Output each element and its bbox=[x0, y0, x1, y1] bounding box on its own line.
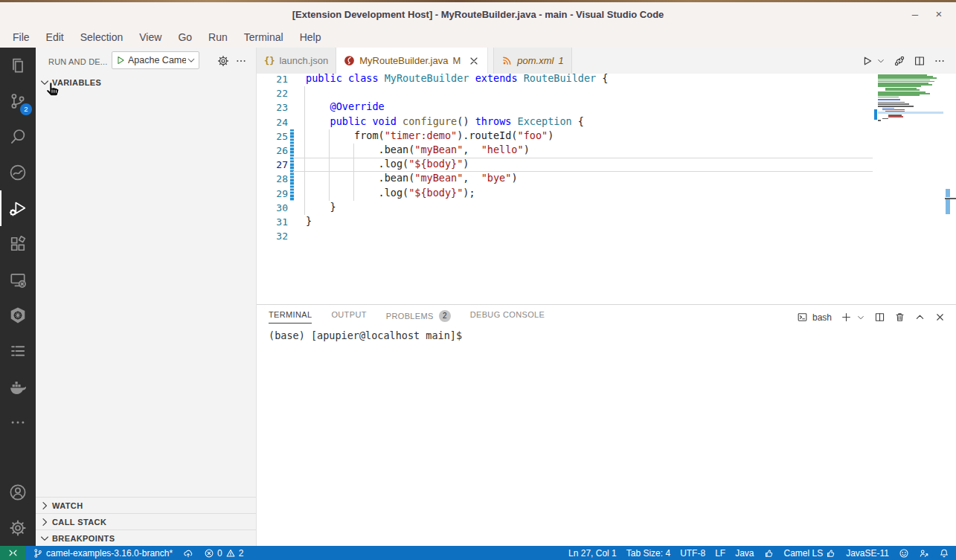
code-line-29[interactable]: .log("${body}"); bbox=[306, 187, 475, 201]
line-number[interactable]: 22 bbox=[257, 86, 288, 100]
code-editor[interactable]: public class MyRouteBuilder extends Rout… bbox=[257, 74, 956, 304]
start-debug-icon[interactable] bbox=[115, 55, 126, 65]
minimap[interactable] bbox=[878, 74, 943, 197]
menu-go[interactable]: Go bbox=[170, 28, 200, 48]
debug-settings-gear-icon[interactable] bbox=[217, 55, 229, 67]
panel-tab-terminal[interactable]: TERMINAL bbox=[269, 310, 312, 324]
code-token: "bye" bbox=[481, 172, 512, 184]
code-line-26[interactable]: .bean("myBean", "hello") bbox=[306, 144, 530, 158]
panel-tab-label: DEBUG CONSOLE bbox=[470, 310, 545, 319]
new-terminal-icon[interactable] bbox=[841, 312, 852, 323]
code-line-28[interactable]: .bean("myBean", "bye") bbox=[306, 172, 518, 186]
status-tweet-feedback[interactable] bbox=[919, 548, 929, 559]
status-cursor-position[interactable]: Ln 27, Col 1 bbox=[568, 548, 617, 559]
status-java-language-status[interactable] bbox=[764, 548, 774, 559]
problems-item[interactable]: 0 2 bbox=[204, 548, 243, 559]
maximize-panel-chevron-icon[interactable] bbox=[914, 312, 925, 323]
remote-indicator[interactable] bbox=[0, 546, 25, 560]
code-line-31[interactable]: } bbox=[306, 215, 312, 229]
tab-MyRouteBuilder-java[interactable]: MyRouteBuilder.javaM bbox=[336, 48, 488, 74]
sync-changes-item[interactable] bbox=[183, 548, 193, 559]
chevron-right-icon bbox=[39, 516, 51, 528]
close-panel-icon[interactable] bbox=[934, 312, 946, 323]
activity-item-extensions[interactable] bbox=[0, 226, 36, 262]
panel-tab-problems[interactable]: PROBLEMS2 bbox=[386, 310, 451, 326]
launch-profile-chevron-icon[interactable] bbox=[856, 313, 865, 322]
status-indentation[interactable]: Tab Size: 4 bbox=[626, 548, 670, 559]
activity-item-run-and-debug[interactable] bbox=[0, 190, 36, 226]
activity-item-more-views[interactable] bbox=[0, 405, 36, 440]
menu-selection[interactable]: Selection bbox=[72, 28, 132, 48]
close-tab-icon[interactable] bbox=[468, 55, 480, 67]
code-line-30[interactable]: } bbox=[306, 201, 336, 215]
git-branch-item[interactable]: camel-examples-3.16.0-branch* bbox=[33, 548, 173, 559]
line-number[interactable]: 25 bbox=[257, 129, 288, 144]
code-token bbox=[518, 74, 524, 84]
line-number[interactable]: 29 bbox=[257, 187, 288, 201]
line-number[interactable]: 27 bbox=[257, 158, 288, 172]
breakpoints-section-header[interactable]: BREAKPOINTS bbox=[36, 530, 256, 546]
views-more-actions-icon[interactable] bbox=[235, 55, 247, 67]
panel-tab-output[interactable]: OUTPUT bbox=[331, 310, 366, 323]
activity-item-remote-explorer[interactable] bbox=[0, 262, 36, 297]
split-terminal-icon[interactable] bbox=[874, 312, 885, 323]
watch-section-header[interactable]: WATCH bbox=[36, 497, 256, 513]
menu-run[interactable]: Run bbox=[200, 28, 236, 48]
launch-configuration-dropdown[interactable]: Apache Came bbox=[112, 51, 199, 69]
panel-tab-debug-console[interactable]: DEBUG CONSOLE bbox=[470, 310, 545, 323]
run-icon[interactable] bbox=[861, 55, 873, 67]
code-line-24[interactable]: public void configure() throws Exception… bbox=[306, 115, 584, 129]
kill-terminal-trash-icon[interactable] bbox=[894, 312, 905, 323]
code-line-21[interactable]: public class MyRouteBuilder extends Rout… bbox=[306, 74, 609, 86]
status-language-mode[interactable]: Java bbox=[735, 548, 754, 559]
menu-edit[interactable]: Edit bbox=[38, 28, 72, 48]
line-number[interactable]: 31 bbox=[257, 215, 288, 229]
line-number[interactable]: 26 bbox=[257, 144, 288, 158]
activity-item-accounts[interactable] bbox=[0, 474, 36, 510]
status-feedback-smiley[interactable] bbox=[899, 548, 909, 559]
status-eol[interactable]: LF bbox=[715, 548, 725, 559]
ellipsis-icon[interactable] bbox=[934, 55, 946, 67]
shell-label[interactable]: bash bbox=[812, 312, 832, 323]
line-number[interactable]: 32 bbox=[257, 229, 288, 243]
activity-item-explorer[interactable] bbox=[0, 48, 36, 83]
code-line-25[interactable]: from("timer:demo").routeId("foo") bbox=[306, 129, 554, 144]
split-editor-icon[interactable] bbox=[914, 55, 925, 67]
code-line-23[interactable]: @Override bbox=[306, 100, 385, 115]
status-encoding[interactable]: UTF-8 bbox=[680, 548, 705, 559]
minimap-line bbox=[878, 86, 921, 87]
menu-help[interactable]: Help bbox=[292, 28, 330, 48]
line-number[interactable]: 23 bbox=[257, 100, 288, 115]
minimize-button[interactable]: – bbox=[904, 2, 926, 28]
menu-file[interactable]: File bbox=[4, 28, 38, 48]
activity-item-manage[interactable] bbox=[0, 510, 36, 546]
activity-item-camel-extension[interactable] bbox=[0, 155, 36, 190]
activity-item-test-explorer[interactable] bbox=[0, 333, 36, 369]
line-number[interactable]: 30 bbox=[257, 201, 288, 215]
terminal-prompt[interactable]: (base) [apupier@localhost main]$ bbox=[269, 329, 462, 341]
menu-view[interactable]: View bbox=[131, 28, 170, 48]
tab-pom-xml[interactable]: pom.xml1 bbox=[493, 48, 571, 74]
activity-item-kubernetes[interactable] bbox=[0, 297, 36, 333]
code-token: .log( bbox=[306, 187, 408, 199]
line-number[interactable]: 28 bbox=[257, 172, 288, 186]
chevron-down-icon[interactable] bbox=[876, 57, 885, 65]
code-line-27[interactable]: .log("${body}") bbox=[306, 158, 469, 172]
status-java-runtime[interactable]: JavaSE-11 bbox=[846, 548, 889, 559]
tab-launch-json[interactable]: {}launch.json bbox=[257, 48, 336, 74]
code-token: Exception bbox=[518, 115, 572, 127]
status-camel-ls-status[interactable]: Camel LS bbox=[784, 548, 837, 559]
status-notifications[interactable] bbox=[939, 548, 949, 559]
open-changes-icon[interactable] bbox=[894, 55, 905, 67]
activity-item-search[interactable] bbox=[0, 119, 36, 155]
close-window-button[interactable]: × bbox=[928, 2, 950, 28]
line-number[interactable]: 21 bbox=[257, 74, 288, 86]
call-stack-section-header[interactable]: CALL STACK bbox=[36, 513, 256, 530]
activity-item-docker[interactable] bbox=[0, 369, 36, 405]
variables-section-header[interactable]: VARIABLES bbox=[36, 74, 256, 91]
code-token: public bbox=[306, 74, 342, 84]
line-number[interactable]: 24 bbox=[257, 115, 288, 129]
code-token bbox=[511, 115, 517, 127]
activity-item-source-control[interactable]: 2 bbox=[0, 83, 36, 119]
menu-terminal[interactable]: Terminal bbox=[236, 28, 292, 48]
